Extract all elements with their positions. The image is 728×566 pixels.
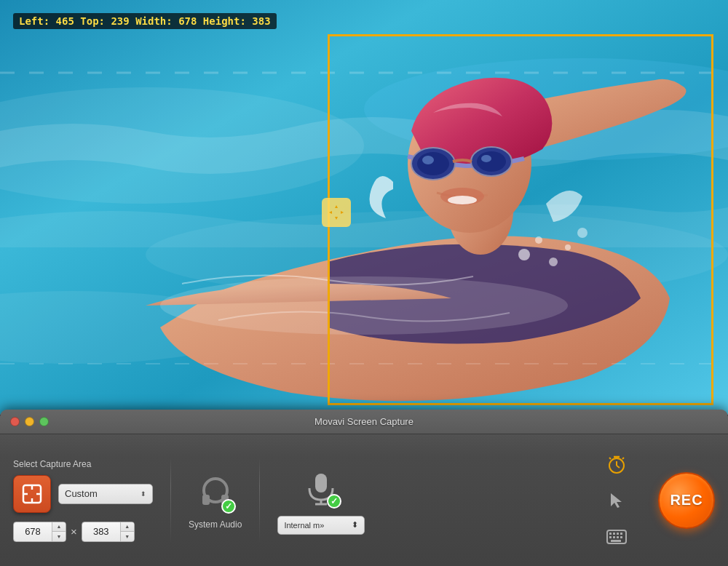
audio-section: ✓ System Audio [189, 471, 242, 530]
width-up-button[interactable]: ▲ [52, 522, 66, 533]
svg-rect-48 [613, 536, 615, 538]
svg-point-17 [535, 236, 542, 244]
capture-area-section: Select Capture Area Custom ⬍ [13, 459, 153, 542]
svg-marker-24 [335, 217, 338, 220]
audio-icon-wrapper[interactable]: ✓ [194, 471, 237, 515]
right-icons [604, 452, 635, 549]
svg-rect-33 [202, 495, 210, 505]
width-down-button[interactable]: ▼ [52, 532, 66, 541]
capture-controls: Custom ⬍ [13, 475, 153, 513]
svg-rect-46 [620, 533, 622, 535]
svg-point-14 [448, 196, 477, 204]
cursor-button[interactable] [604, 488, 629, 513]
svg-rect-35 [315, 474, 327, 493]
mic-icon-wrapper[interactable]: ✓ [299, 466, 343, 510]
svg-rect-50 [620, 536, 622, 538]
microphone-section: ✓ Internal m» ⬍ [277, 466, 365, 535]
audio-check-badge: ✓ [221, 499, 236, 514]
coordinate-overlay: Left: 465 Top: 239 Width: 678 Height: 38… [13, 13, 277, 29]
window-controls [10, 417, 49, 426]
mic-check-badge: ✓ [327, 494, 341, 509]
height-stepper: ▲ ▼ [120, 522, 134, 541]
width-stepper: ▲ ▼ [52, 522, 66, 541]
width-input[interactable] [14, 522, 52, 541]
dimension-controls: ▲ ▼ × ▲ ▼ [13, 522, 153, 542]
timer-icon [606, 454, 627, 474]
height-up-button[interactable]: ▲ [121, 522, 134, 533]
height-input[interactable] [82, 522, 120, 541]
svg-rect-49 [617, 536, 619, 538]
svg-point-15 [160, 276, 568, 335]
svg-point-8 [417, 152, 449, 175]
resize-icon[interactable] [322, 198, 351, 227]
window-title: Movavi Screen Capture [314, 416, 414, 427]
divider-2 [259, 457, 260, 544]
height-down-button[interactable]: ▼ [121, 532, 134, 541]
mic-source-dropdown[interactable]: Internal m» ⬍ [277, 516, 365, 535]
svg-line-40 [617, 466, 620, 468]
area-preset-dropdown[interactable]: Custom ⬍ [58, 484, 153, 504]
svg-marker-41 [611, 493, 622, 508]
maximize-button[interactable] [39, 417, 49, 426]
crosshair-icon [22, 484, 42, 504]
svg-marker-23 [335, 205, 338, 208]
mic-dropdown-arrow: ⬍ [352, 520, 358, 530]
svg-point-11 [477, 151, 506, 172]
svg-rect-43 [609, 533, 612, 535]
width-input-wrapper: ▲ ▼ [13, 522, 66, 542]
coord-text: Left: 465 Top: 239 Width: 678 Height: 38… [19, 15, 271, 27]
svg-point-12 [481, 155, 491, 162]
close-button[interactable] [10, 417, 20, 426]
background-photo [0, 0, 728, 415]
dropdown-arrow-icon: ⬍ [141, 490, 146, 498]
svg-rect-45 [617, 533, 619, 535]
resize-handle[interactable] [320, 196, 352, 228]
rec-button[interactable]: REC [658, 472, 715, 529]
minimize-button[interactable] [25, 417, 34, 426]
svg-point-19 [565, 244, 571, 250]
svg-point-18 [549, 258, 558, 266]
svg-point-9 [422, 156, 434, 164]
svg-rect-47 [609, 536, 612, 538]
svg-rect-44 [613, 533, 615, 535]
audio-label: System Audio [189, 519, 242, 530]
keyboard-icon [606, 530, 627, 544]
rec-label: REC [670, 492, 703, 509]
svg-marker-25 [329, 211, 332, 214]
height-input-wrapper: ▲ ▼ [82, 522, 135, 542]
mic-dropdown-value: Internal m» [284, 521, 324, 530]
keyboard-button[interactable] [604, 525, 629, 549]
dropdown-value: Custom [65, 488, 98, 499]
capture-area-button[interactable] [13, 475, 51, 513]
title-bar: Movavi Screen Capture [0, 410, 728, 434]
svg-point-16 [518, 249, 530, 260]
timer-button[interactable] [604, 452, 629, 477]
control-bar: Movavi Screen Capture Select Capture Are… [0, 410, 728, 566]
control-content: Select Capture Area Custom ⬍ [0, 434, 728, 566]
svg-marker-26 [341, 211, 344, 214]
svg-point-20 [577, 228, 587, 238]
dimension-separator: × [71, 525, 77, 538]
divider-1 [170, 457, 171, 544]
svg-rect-51 [611, 540, 621, 542]
cursor-icon [608, 492, 625, 509]
capture-area-label: Select Capture Area [13, 459, 153, 469]
